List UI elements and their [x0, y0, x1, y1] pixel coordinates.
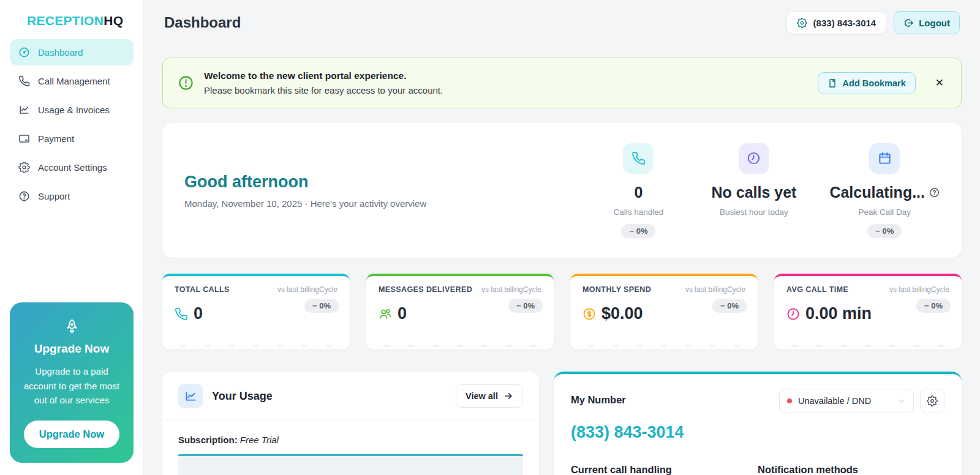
kpi-value: 0.00 min: [805, 304, 872, 323]
greeting-text: Good afternoon Monday, November 10, 2025…: [184, 173, 598, 209]
users-icon: [379, 307, 392, 321]
kpi-card-avg-call-time: AVG CALL TIME vs last billingCycle − 0% …: [774, 274, 962, 350]
add-bookmark-button[interactable]: Add Bookmark: [818, 72, 916, 94]
banner-subtitle: Please bookmark this site for easy acces…: [204, 85, 808, 95]
sidebar-item-label: Call Management: [38, 76, 110, 86]
kpi-title: AVG CALL TIME: [786, 285, 848, 294]
gear-icon: [18, 162, 30, 173]
stat-value: Calculating...: [829, 184, 940, 201]
your-usage-card: Your Usage View all Subscription: Free T…: [162, 372, 539, 475]
my-number-header: My Number Unavailable / DND: [571, 389, 944, 413]
add-bookmark-label: Add Bookmark: [843, 78, 906, 88]
page-header: Dashboard (833) 843-3014 Logout: [162, 0, 962, 45]
kpi-compare-label: vs last billingCycle: [481, 285, 541, 294]
chevron-down-icon: [897, 397, 906, 406]
greeting-subtitle: Monday, November 10, 2025 · Here's your …: [184, 198, 598, 209]
stat-change-badge: − 0%: [867, 224, 902, 238]
status-dot-icon: [787, 398, 792, 403]
sidebar-item-usage-invoices[interactable]: Usage & Invoices: [10, 97, 134, 123]
line-chart-icon: [178, 384, 203, 408]
sidebar-item-payment[interactable]: Payment: [10, 125, 134, 152]
kpi-card-monthly-spend: MONTHLY SPEND vs last billingCycle − 0% …: [570, 274, 758, 350]
close-icon[interactable]: ✕: [935, 77, 944, 89]
account-phone-button[interactable]: (833) 843-3014: [786, 11, 887, 34]
kpi-card-total-calls: TOTAL CALLS vs last billingCycle − 0% 0: [162, 274, 350, 350]
stat-change-badge: − 0%: [621, 224, 655, 238]
header-actions: (833) 843-3014 Logout: [786, 11, 960, 34]
current-call-handling-heading: Current call handling: [571, 464, 758, 475]
sparkline-placeholder: [383, 345, 537, 347]
bookmark-icon: [827, 78, 837, 88]
clock-icon: [739, 143, 769, 174]
brand-logo-secondary: HQ: [104, 13, 123, 28]
gear-icon: [797, 18, 807, 28]
stat-value-text: Calculating...: [829, 184, 925, 201]
brand-logo: RECEPTIONHQ: [10, 12, 134, 39]
kpi-value: 0: [398, 304, 407, 323]
my-number-title: My Number: [571, 389, 626, 406]
sidebar-item-label: Usage & Invoices: [38, 105, 110, 115]
stat-label: Busiest hour today: [720, 208, 788, 217]
logout-icon: [903, 18, 914, 28]
upgrade-description: Upgrade to a paid account to get the mos…: [20, 364, 124, 407]
sidebar-item-label: Payment: [38, 133, 74, 144]
dollar-circle-icon: [582, 307, 596, 321]
greeting-title: Good afternoon: [184, 173, 598, 192]
stat-label: Calls handled: [614, 208, 664, 217]
number-settings-button[interactable]: [920, 389, 944, 413]
logout-label: Logout: [919, 18, 950, 28]
subscription-row: Subscription: Free Trial: [178, 435, 523, 445]
calendar-icon: [869, 143, 900, 174]
greeting-stat-calls-handled: 0 Calls handled − 0%: [598, 143, 678, 238]
brand-logo-primary: RECEPTION: [27, 13, 104, 28]
availability-status-select[interactable]: Unavailable / DND: [779, 389, 914, 413]
sidebar-item-support[interactable]: Support: [10, 183, 134, 209]
sidebar-item-label: Dashboard: [38, 47, 83, 58]
kpi-value: $0.00: [601, 304, 643, 323]
kpi-compare-label: vs last billingCycle: [889, 285, 949, 294]
sidebar-item-label: Support: [38, 191, 70, 201]
greeting-stats: 0 Calls handled − 0% No calls yet Busies…: [598, 143, 940, 238]
greeting-stat-peak-call-day: Calculating... Peak Call Day − 0%: [829, 143, 940, 238]
view-all-label: View all: [466, 391, 498, 401]
greeting-stat-busiest-hour: No calls yet Busiest hour today: [711, 143, 796, 217]
phone-icon: [623, 143, 654, 174]
greeting-card: Good afternoon Monday, November 10, 2025…: [162, 123, 962, 258]
stat-label: Peak Call Day: [858, 208, 911, 217]
logout-button[interactable]: Logout: [894, 11, 960, 34]
bottom-cards-row: Your Usage View all Subscription: Free T…: [162, 372, 962, 475]
my-number-card: My Number Unavailable / DND: [554, 372, 962, 475]
sparkline-placeholder: [587, 345, 741, 347]
notification-methods-heading: Notification methods: [758, 464, 944, 475]
stat-value: No calls yet: [711, 184, 796, 201]
kpi-title: MESSAGES DELIVERED: [379, 285, 472, 294]
clock-icon: [786, 307, 800, 321]
usage-card-body: Subscription: Free Trial: [162, 421, 539, 475]
kpi-compare-label: vs last billingCycle: [685, 285, 745, 294]
subscription-label: Subscription:: [178, 435, 238, 445]
availability-status-value: Unavailable / DND: [798, 396, 897, 406]
line-chart-icon: [18, 104, 30, 116]
help-circle-icon[interactable]: [929, 187, 940, 198]
alert-circle-icon: [178, 75, 194, 91]
my-phone-number: (833) 843-3014: [571, 423, 944, 442]
upgrade-now-button[interactable]: Upgrade Now: [24, 421, 119, 448]
kpi-card-messages-delivered: MESSAGES DELIVERED vs last billingCycle …: [366, 274, 554, 350]
credit-card-icon: [18, 133, 30, 144]
usage-meter-placeholder: [178, 454, 523, 475]
banner-title: Welcome to the new client portal experie…: [204, 70, 808, 81]
main-content: Dashboard (833) 843-3014 Logout Welcome …: [144, 0, 980, 475]
sparkline-placeholder: [179, 345, 333, 347]
kpi-change-badge: − 0%: [712, 299, 747, 313]
kpi-title: TOTAL CALLS: [175, 285, 230, 294]
sidebar-item-call-management[interactable]: Call Management: [10, 68, 134, 94]
sidebar-nav: Dashboard Call Management Usage & Invoic…: [10, 39, 134, 212]
sidebar-item-account-settings[interactable]: Account Settings: [10, 154, 134, 181]
phone-icon: [18, 75, 30, 87]
banner-text: Welcome to the new client portal experie…: [204, 70, 808, 95]
sidebar-item-dashboard[interactable]: Dashboard: [10, 39, 134, 65]
usage-card-header: Your Usage View all: [162, 372, 539, 421]
sidebar: RECEPTIONHQ Dashboard Call Management Us…: [0, 0, 144, 475]
rocket-icon: [20, 318, 124, 335]
view-all-button[interactable]: View all: [456, 384, 523, 408]
